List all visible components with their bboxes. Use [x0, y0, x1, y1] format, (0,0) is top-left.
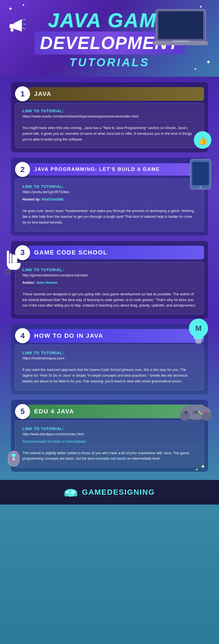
tutorial-2-hosted: Hosted by: RealTutsGML — [22, 197, 197, 201]
tutorial-3-author: Author: John Horton — [22, 281, 197, 285]
svg-rect-3 — [173, 41, 189, 42]
star-decoration: ✦ — [206, 59, 211, 66]
divider — [22, 363, 197, 364]
tutorial-3-header: 3 GAME CODE SCHOOL — [15, 245, 204, 260]
tutorial-section-4: 4 HOW TO DO IN JAVA LINK TO TUTORIAL: ht… — [10, 324, 209, 394]
tutorial-4-card: LINK TO TUTORIAL: https://howtodoinjava.… — [15, 345, 204, 390]
svg-marker-4 — [14, 19, 22, 32]
tutorial-2-header: 2 JAVA PROGRAMMING: LET'S BUILD A GAME — [15, 162, 204, 177]
tutorial-1-description: You might have seen this one coming...Ja… — [22, 125, 197, 142]
tablet-icon — [189, 158, 214, 191]
tutorial-section-1: 1 JAVA LINK TO TUTORIAL: https://www.ora… — [10, 82, 209, 152]
thumbs-up-icon: 👍 — [193, 130, 212, 150]
tutorial-5-header: 5 EDU 4 JAVA — [15, 404, 204, 419]
tutorial-2-link-label: LINK TO TUTORIAL: — [22, 184, 197, 189]
tutorial-section-2: 2 JAVA PROGRAMMING: LET'S BUILD A GAME L… — [10, 158, 209, 235]
svg-rect-16 — [10, 253, 12, 263]
star-decoration: ✦ — [194, 67, 197, 71]
tutorial-4-description: If you want the nuanced approach that th… — [22, 367, 197, 384]
tutorial-3-url[interactable]: http://gamecodeschool.com/java-tutorials… — [22, 273, 197, 277]
svg-point-32 — [200, 413, 202, 415]
tutorial-1-card: LINK TO TUTORIAL: https://www.oracle.com… — [15, 103, 204, 148]
tutorial-1-number: 1 — [15, 86, 30, 101]
svg-point-30 — [200, 409, 202, 411]
tutorial-5-card: LINK TO TUTORIAL: http://www.edu4java.co… — [15, 420, 204, 468]
svg-rect-43 — [66, 492, 68, 493]
tutorial-5-recommended: Recommended for basic or intermediate — [22, 439, 197, 443]
star-decoration: ✦ — [8, 5, 13, 12]
sparkle-star-small: ✦ — [195, 467, 198, 472]
tutorial-1-link-label: LINK TO TUTORIAL: — [22, 109, 197, 113]
svg-text:👍: 👍 — [198, 136, 208, 145]
svg-point-14 — [199, 186, 202, 188]
svg-rect-15 — [7, 251, 9, 263]
divider — [22, 122, 197, 122]
hosted-label: Hosted by: — [22, 197, 41, 201]
tutorial-5-title: EDU 4 JAVA — [29, 405, 204, 418]
svg-point-31 — [203, 411, 205, 413]
main-content: 1 JAVA LINK TO TUTORIAL: https://www.ora… — [0, 82, 219, 472]
star-decoration: ✦ — [22, 3, 25, 7]
tutorial-4-title: HOW TO DO IN JAVA — [29, 329, 204, 343]
svg-rect-34 — [193, 411, 198, 414]
svg-point-27 — [202, 412, 212, 421]
lightbulb-icon: M — [185, 316, 212, 349]
game-controller-icon — [179, 400, 212, 422]
svg-rect-1 — [158, 12, 203, 39]
footer: GAMEDESIGNING — [0, 480, 219, 505]
tutorial-2-description: He goes over Java's basic "fundamentals"… — [22, 208, 197, 225]
header-title-line3: TUTORIALS — [34, 56, 185, 69]
tutorial-3-link-label: LINK TO TUTORIAL: — [22, 268, 197, 272]
footer-gamepad-icon — [64, 487, 78, 498]
footer-brand-part2: DESIGNING — [107, 488, 155, 496]
author-value: John Horton — [36, 281, 57, 285]
svg-rect-37 — [11, 454, 16, 457]
author-label: Author: — [22, 281, 36, 285]
tutorial-section-5: 5 EDU 4 JAVA LINK TO TUTORIAL: http://ww… — [10, 400, 209, 472]
tutorial-4-header: 4 HOW TO DO IN JAVA — [15, 328, 204, 343]
tutorial-5-url[interactable]: http://www.edu4java.com/en/index.html — [22, 432, 197, 436]
tutorial-1-url[interactable]: https://www.oracle.com/technetwork/topic… — [22, 114, 197, 118]
svg-rect-23 — [196, 341, 201, 344]
tutorial-section-3: 3 GAME CODE SCHOOL LINK TO TUTORIAL: htt… — [10, 241, 209, 319]
header: ✦ ✦ ✦ ✦ ✦ ✦ JAVA GAME DEVELOPMENT TUTORI… — [0, 0, 219, 77]
tutorial-5-link-label: LINK TO TUTORIAL: — [22, 427, 197, 431]
tutorial-1-title: JAVA — [29, 87, 204, 101]
divider — [22, 288, 197, 288]
svg-rect-13 — [192, 162, 209, 185]
svg-line-9 — [23, 28, 25, 29]
svg-rect-22 — [195, 339, 202, 341]
tutorial-3-card: LINK TO TUTORIAL: http://gamecodeschool.… — [15, 262, 204, 314]
svg-point-46 — [72, 493, 74, 494]
hand-cursor-icon — [4, 249, 23, 274]
footer-brand-part1: GAME — [82, 488, 107, 496]
hosted-value: RealTutsGML — [42, 197, 65, 201]
svg-rect-29 — [184, 412, 188, 413]
footer-brand: GAMEDESIGNING — [82, 488, 155, 497]
svg-text:M: M — [195, 324, 202, 333]
mouse-icon — [5, 447, 22, 469]
tutorial-5-number: 5 — [15, 404, 30, 419]
svg-rect-38 — [13, 457, 15, 461]
tutorial-3-description: These tutorials are designed to get you … — [22, 291, 197, 308]
laptop-illustration — [153, 8, 208, 49]
tutorial-4-number: 4 — [15, 328, 30, 343]
divider — [22, 447, 197, 447]
megaphone-illustration — [4, 16, 26, 38]
sparkle-stars: ✦ — [200, 463, 205, 470]
tutorial-2-title: JAVA PROGRAMMING: LET'S BUILD A GAME — [29, 163, 204, 176]
tutorial-2-url[interactable]: https://youtu.be/1gir2R7G9ws — [22, 190, 197, 194]
tutorial-2-card: LINK TO TUTORIAL: https://youtu.be/1gir2… — [15, 178, 204, 231]
tutorial-4-url[interactable]: https://howtodoinjava.com/ — [22, 356, 197, 360]
tutorial-4-link-label: LINK TO TUTORIAL: — [22, 351, 197, 355]
tutorial-2-number: 2 — [15, 162, 30, 177]
svg-point-47 — [71, 492, 72, 493]
svg-rect-6 — [11, 28, 13, 32]
svg-line-7 — [23, 19, 25, 21]
svg-point-45 — [74, 492, 75, 493]
tutorial-3-title: GAME CODE SCHOOL — [29, 246, 204, 259]
tutorial-5-description: This tutorial is slightly better suited … — [22, 450, 197, 462]
divider — [22, 205, 197, 205]
svg-point-44 — [72, 491, 74, 492]
tutorial-1-header: 1 JAVA — [15, 86, 204, 101]
